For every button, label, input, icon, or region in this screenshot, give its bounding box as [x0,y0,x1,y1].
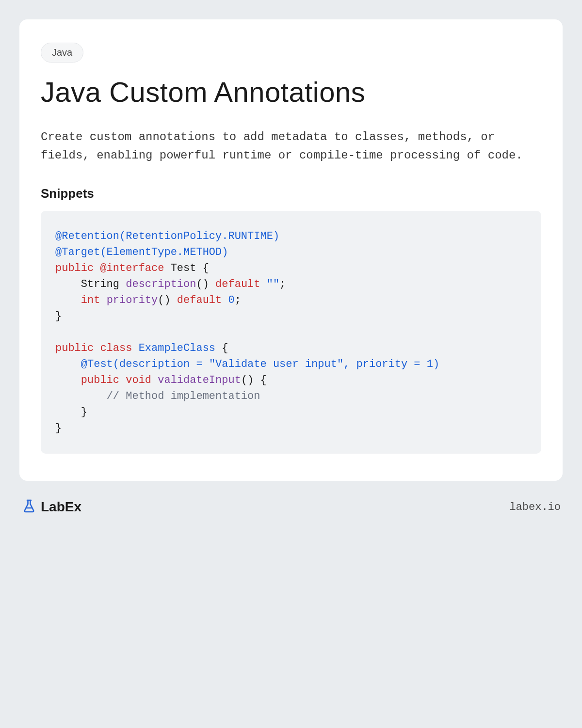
code-token: public [55,262,94,274]
code-token: { [215,342,228,354]
code-token: "Validate user input" [209,358,343,370]
code-token: 1 [427,358,433,370]
code-token: (description = [113,358,209,370]
code-token: public [81,374,119,386]
code-token: // Method implementation [107,390,260,402]
description-text: Create custom annotations to add metadat… [41,128,541,165]
code-snippet: @Retention(RetentionPolicy.RUNTIME) @Tar… [41,211,541,454]
code-token: "" [267,278,279,290]
code-token: () [158,294,170,306]
code-token: (ElementType.METHOD) [100,246,228,258]
code-token: () { [241,374,267,386]
code-token: } [55,310,62,322]
code-token: @Target [55,246,100,258]
code-token: ) [433,358,439,370]
code-token: class [100,342,132,354]
code-token: priority [107,294,158,306]
page-title: Java Custom Annotations [41,76,541,109]
footer: LabEx labex.io [19,498,563,516]
code-token: int [81,294,100,306]
code-token: description [126,278,196,290]
code-token: String [81,278,119,290]
code-token: () [196,278,209,290]
code-token: (RetentionPolicy.RUNTIME) [119,230,279,242]
brand-name: LabEx [41,499,81,515]
code-token: default [215,278,260,290]
code-token: } [55,422,62,434]
code-token: ExampleClass [139,342,215,354]
flask-icon [21,498,37,516]
code-token: @Test [81,358,113,370]
code-token: validateInput [158,374,241,386]
code-token: public [55,342,94,354]
code-token: Test { [164,262,209,274]
code-token: , priority = [343,358,427,370]
content-card: Java Java Custom Annotations Create cust… [19,19,563,481]
brand-logo: LabEx [21,498,81,516]
section-heading: Snippets [41,186,541,201]
code-token: @Retention [55,230,119,242]
language-tag: Java [41,43,83,63]
site-url: labex.io [509,501,561,513]
code-token: default [177,294,222,306]
code-token: ; [279,278,286,290]
code-token: void [126,374,151,386]
code-token: 0 [228,294,234,306]
code-token: @interface [100,262,164,274]
code-token: } [81,406,87,418]
code-token: ; [235,294,241,306]
